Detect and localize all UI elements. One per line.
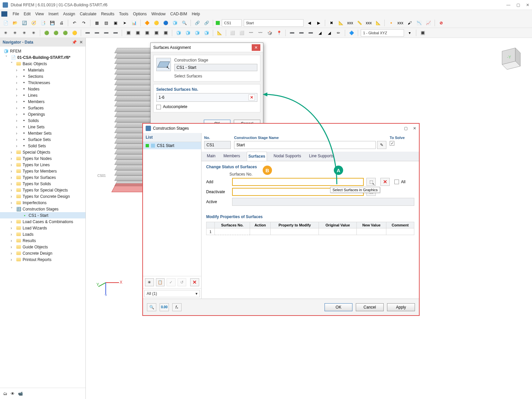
cs-name-edit-icon[interactable]: ✎ <box>377 141 386 149</box>
tree-surface-sets[interactable]: ›•Surface Sets <box>0 136 85 143</box>
tool-e5[interactable]: 📈 <box>425 19 432 27</box>
tool-undo[interactable]: ↶ <box>71 19 78 27</box>
tree-special-objects[interactable]: ›Special Objects <box>0 149 85 155</box>
close-panel-icon[interactable]: ✕ <box>79 40 83 45</box>
tree-thicknesses[interactable]: ›•Thicknesses <box>0 79 85 86</box>
tool-open[interactable]: 📂 <box>11 19 19 27</box>
tree-types-for-solids[interactable]: ›Types for Solids <box>0 181 85 187</box>
tool-next[interactable]: ▶ <box>315 19 322 27</box>
tree-types-for-surfaces[interactable]: ›Types for Surfaces <box>0 174 85 181</box>
stage-name[interactable]: Start <box>244 19 304 27</box>
tool-c4[interactable]: 🧊 <box>171 19 179 27</box>
tab-main[interactable]: Main <box>205 152 217 161</box>
t2-29[interactable]: ➖ <box>288 29 296 37</box>
t2-2[interactable]: ✳ <box>11 29 19 37</box>
tree-results[interactable]: ›Results <box>0 237 85 244</box>
t2-3[interactable]: ✳ <box>21 29 28 37</box>
cs-new-icon[interactable]: ✳ <box>145 278 154 286</box>
cs-list-item[interactable]: CS1 Start <box>143 142 201 149</box>
tree-basic-objects[interactable]: ˅Basic Objects <box>0 61 85 67</box>
t2-28[interactable]: 📍 <box>275 29 283 37</box>
t2-7[interactable]: 🟢 <box>62 29 69 37</box>
menu-window[interactable]: Window <box>151 12 166 16</box>
cs-delete-icon[interactable]: ✕ <box>190 278 199 286</box>
tab-surfaces[interactable]: Surfaces <box>247 152 267 161</box>
tree-construction-stages[interactable]: ˅🔢Construction Stages <box>0 206 85 212</box>
tool-save[interactable]: 💾 <box>49 19 56 27</box>
dialog-titlebar[interactable]: Surfaces Assignment ✕ <box>151 43 263 52</box>
tree-file[interactable]: ˅📄01-CSA-Building-START.rf6* <box>0 54 85 61</box>
tab-nodal-supports[interactable]: Nodal Supports <box>272 152 303 161</box>
navigator-tree[interactable]: 🧊RFEM ˅📄01-CSA-Building-START.rf6* ˅Basi… <box>0 47 85 388</box>
tree-members[interactable]: ›•Members <box>0 98 85 105</box>
t2-17[interactable]: 🔳 <box>162 29 169 37</box>
tree-imperfections[interactable]: ›Imperfections <box>0 200 85 206</box>
t2-12[interactable]: ➖ <box>112 29 119 37</box>
t2-5[interactable]: 🟢 <box>43 29 50 37</box>
cs-tool1-icon[interactable]: ✓ <box>167 278 176 286</box>
tree-solids[interactable]: ›•Solids <box>0 117 85 124</box>
menu-results[interactable]: Results <box>101 12 114 16</box>
tree-concrete-design[interactable]: ›Concrete Design <box>0 250 85 256</box>
t2-10[interactable]: ➖ <box>93 29 100 37</box>
t2-15[interactable]: 🔳 <box>143 29 151 37</box>
tool-nav2[interactable]: 📑 <box>39 19 47 27</box>
cs-cancel-button[interactable]: Cancel <box>356 303 384 311</box>
menu-file[interactable]: File <box>13 12 19 16</box>
t2-13[interactable]: 🔳 <box>125 29 132 37</box>
tool-d2[interactable]: 📐 <box>337 19 344 27</box>
menu-edit[interactable]: Edit <box>24 12 31 16</box>
tree-solid-sets[interactable]: ›•Solid Sets <box>0 143 85 149</box>
tree-types-for-nodes[interactable]: ›Types for Nodes <box>0 155 85 162</box>
tool-table2[interactable]: ▤ <box>102 19 110 27</box>
t2-35[interactable]: 🔷 <box>348 29 355 37</box>
tool-nav1[interactable]: 🧭 <box>30 19 37 27</box>
t2-32[interactable]: ◢ <box>316 29 324 37</box>
tool-link2[interactable]: 🔗 <box>203 19 210 27</box>
orientation-cube[interactable]: -Y <box>495 45 522 71</box>
menu-insert[interactable]: Insert <box>49 12 59 16</box>
menu-calculate[interactable]: Calculate <box>80 12 96 16</box>
close-icon[interactable]: ✕ <box>526 3 529 7</box>
cs-fx-icon[interactable]: fₓ <box>172 303 182 311</box>
tree-nodes[interactable]: ›•Nodes <box>0 86 85 92</box>
t2-27[interactable]: 🎲 <box>266 29 273 37</box>
tree-types-for-members[interactable]: ›Types for Members <box>0 168 85 174</box>
cs-tool2-icon[interactable]: ↺ <box>178 278 187 286</box>
menu-tools[interactable]: Tools <box>119 12 128 16</box>
t2-16[interactable]: 🔳 <box>153 29 160 37</box>
tool-c2[interactable]: 🟡 <box>153 19 160 27</box>
tool-e4[interactable]: 📉 <box>415 19 423 27</box>
t2-24[interactable]: ⬜ <box>238 29 245 37</box>
t2-8[interactable]: 🟡 <box>71 29 78 37</box>
app-icon[interactable] <box>1 11 7 17</box>
tool-c5[interactable]: 🔍 <box>181 19 188 27</box>
tree-printout-reports[interactable]: ›Printout Reports <box>0 256 85 263</box>
tree-guide-objects[interactable]: ›Guide Objects <box>0 244 85 250</box>
cs-ok-button[interactable]: OK <box>325 303 352 311</box>
tree-cs1[interactable]: ▪CS1 - Start <box>0 212 85 218</box>
tree-root[interactable]: 🧊RFEM <box>0 48 85 54</box>
tree-lines[interactable]: ›•Lines <box>0 92 85 98</box>
stage-code[interactable]: CS1 <box>222 19 242 27</box>
tool-prev[interactable]: ◀ <box>306 19 313 27</box>
t2-6[interactable]: 🟢 <box>52 29 60 37</box>
tree-surfaces[interactable]: ›•Surfaces <box>0 105 85 111</box>
tool-table[interactable]: ▦ <box>93 19 100 27</box>
tool-c3[interactable]: 🔵 <box>162 19 169 27</box>
modify-table[interactable]: Surfaces No.ActionProperty to ModifyOrig… <box>206 222 414 235</box>
tool-arrow-r[interactable]: ➤ <box>121 19 128 27</box>
tree-loads[interactable]: ›Loads <box>0 231 85 237</box>
t2-22[interactable]: 📐 <box>216 29 223 37</box>
all-checkbox[interactable] <box>394 180 399 184</box>
menu-cad-bim[interactable]: CAD-BIM <box>170 12 187 16</box>
tree-member-sets[interactable]: ›•Member Sets <box>0 130 85 136</box>
tool-calc[interactable]: 📊 <box>130 19 138 27</box>
t2-36[interactable]: ▾ <box>406 29 413 37</box>
tool-del[interactable]: ⊘ <box>438 19 445 27</box>
pick-surfaces-button[interactable]: ⬚↖ <box>366 178 376 186</box>
t2-11[interactable]: ➖ <box>102 29 110 37</box>
dialog-close-icon[interactable]: ✕ <box>252 44 260 51</box>
t2-30[interactable]: ➖ <box>298 29 305 37</box>
cs-list-filter[interactable]: All (1)▾ <box>144 290 200 297</box>
